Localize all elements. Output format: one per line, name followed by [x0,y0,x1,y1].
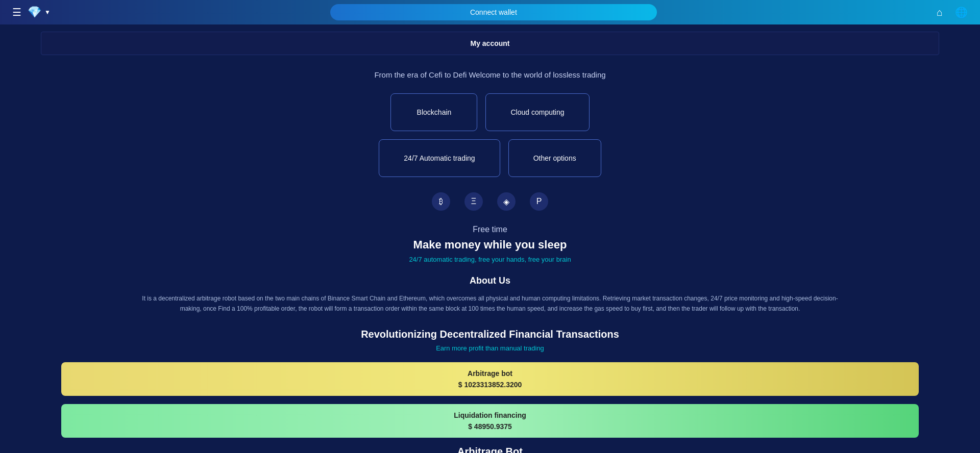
cloud-computing-button[interactable]: Cloud computing [485,93,589,131]
arbitrage-bot-banner: Arbitrage bot $ 1023313852.3200 [61,362,919,396]
logo-diamond-icon: 💎 [28,6,41,19]
my-account-label: My account [470,39,509,47]
liquidation-label: Liquidation financing [74,411,906,419]
logo-arrow-icon: ▼ [44,9,51,16]
liquidation-value: $ 48950.9375 [74,422,906,431]
liquidation-banner: Liquidation financing $ 48950.9375 [61,404,919,438]
blockchain-button[interactable]: Blockchain [390,93,477,131]
earn-more-text: Earn more profit than manual trading [20,344,960,352]
make-money-title: Make money while you sleep [20,238,960,251]
logo-area: 💎 ▼ [28,6,51,19]
hamburger-icon[interactable]: ☰ [12,6,21,18]
feature-row-bottom: 24/7 Automatic trading Other options [379,139,601,177]
rho-icon[interactable]: Ρ [530,192,548,211]
home-icon[interactable]: ⌂ [937,7,943,18]
nav-right: ⌂ 🌐 [937,6,968,18]
ethereum-icon[interactable]: Ξ [464,192,483,211]
connect-wallet-button[interactable]: Connect wallet [330,4,657,20]
exchange-icon[interactable]: ◈ [497,192,516,211]
automatic-trading-button[interactable]: 24/7 Automatic trading [379,139,500,177]
arbitrage-bot-value: $ 1023313852.3200 [74,381,906,389]
crypto-icons-row: ₿ Ξ ◈ Ρ [20,192,960,211]
feature-grid: Blockchain Cloud computing 24/7 Automati… [20,93,960,177]
arbitrage-bot-section-title: Arbitrage Bot [20,446,960,453]
main-content: From the era of Cefi to Defi Welcome to … [0,55,980,453]
navbar: ☰ 💎 ▼ Connect wallet ⌂ 🌐 [0,0,980,24]
bitcoin-icon[interactable]: ₿ [432,192,450,211]
free-time-subtitle: 24/7 automatic trading, free your hands,… [20,256,960,263]
nav-left: ☰ 💎 ▼ [12,6,51,19]
revolutionizing-title: Revolutionizing Decentralized Financial … [20,329,960,340]
globe-icon[interactable]: 🌐 [955,6,968,18]
about-us-text: It is a decentralized arbitrage robot ba… [133,293,847,314]
feature-row-top: Blockchain Cloud computing [390,93,589,131]
other-options-button[interactable]: Other options [508,139,601,177]
about-us-title: About Us [20,275,960,286]
free-time-label: Free time [20,225,960,234]
arbitrage-bot-label: Arbitrage bot [74,369,906,377]
tagline: From the era of Cefi to Defi Welcome to … [20,70,960,79]
my-account-bar: My account [41,32,939,55]
